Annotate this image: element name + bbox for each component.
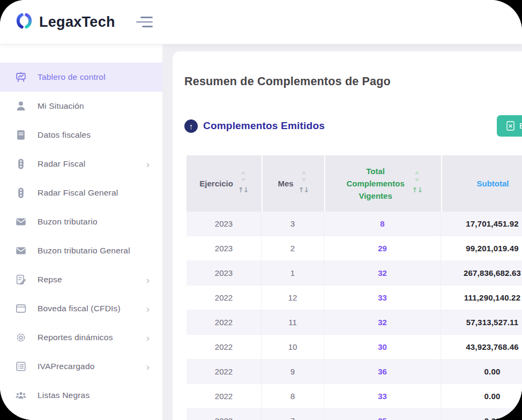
cell-subtotal: 99,201,019.49 — [441, 236, 522, 261]
dashboard-icon — [14, 71, 27, 84]
chevron-right-icon: › — [146, 304, 150, 314]
sidebar-item-listas-negras[interactable]: Listas Negras — [0, 381, 162, 410]
sidebar-item-label: Reportes dinámicos — [38, 333, 113, 342]
cell-subtotal: 43,923,768.46 — [441, 335, 522, 359]
logo-text: LegaxTech — [39, 14, 115, 31]
section-title: Complementos Emitidos — [203, 120, 325, 132]
cell-subtotal: 57,313,527.11 — [441, 310, 522, 335]
sidebar-item-label: IVAPrecargado — [38, 362, 95, 371]
cell-total: 29 — [324, 236, 441, 261]
traffic-light-icon — [14, 186, 27, 199]
cell-mes: 1 — [262, 261, 324, 286]
chevron-right-icon: › — [146, 362, 150, 372]
sidebar-item-buzon-tributario-general[interactable]: Buzon tributario General — [0, 236, 162, 265]
sidebar-item-label: Radar Fiscal General — [38, 188, 118, 198]
app-window: LegaxTech Tablero de control Mi — [0, 0, 522, 420]
cell-mes: 12 — [262, 286, 324, 310]
cell-ejercicio: 2022 — [187, 286, 262, 310]
main-content: Resumen de Complementos de Pago ↑ Comple… — [173, 51, 522, 420]
column-header-subtotal[interactable]: Subtotal — [441, 155, 522, 212]
sidebar-item-metadata[interactable]: Metadata › — [0, 410, 162, 420]
cell-mes: 8 — [262, 384, 324, 409]
table-row: 2023 1 32 267,836,682.63 — [187, 261, 522, 286]
menu-toggle-icon[interactable] — [136, 17, 153, 27]
cell-total: 30 — [324, 335, 441, 359]
sort-icon[interactable]: ↑↓ — [299, 171, 309, 196]
chevron-right-icon: › — [146, 159, 150, 169]
sidebar-item-repse[interactable]: Repse › — [0, 265, 162, 294]
table-row: 2023 2 29 99,201,019.49 — [187, 236, 522, 261]
sidebar-item-reportes-dinamicos[interactable]: Reportes dinámicos › — [0, 323, 162, 352]
cell-total: 32 — [324, 310, 441, 335]
logo-icon — [15, 12, 33, 32]
sort-icon[interactable]: ↑↓ — [238, 171, 249, 196]
cell-total: 35 — [324, 409, 441, 420]
cell-total: 32 — [324, 261, 441, 286]
cell-subtotal: 111,290,140.22 — [441, 286, 522, 310]
cell-mes: 11 — [262, 310, 324, 335]
cell-total: 33 — [324, 286, 441, 310]
chevron-right-icon: › — [146, 275, 150, 285]
cell-mes: 2 — [262, 236, 324, 261]
table-header-row: Ejercicio ↑↓ Mes ↑↓ — [187, 155, 522, 212]
sidebar-item-label: Buzon tributario — [38, 217, 98, 227]
sidebar-item-label: Mi Situación — [38, 101, 84, 111]
cell-subtotal: 0.00 — [441, 409, 522, 420]
sidebar-item-label: Boveda fiscal (CFDIs) — [38, 304, 121, 313]
table-row: 2023 3 8 17,701,451.92 — [187, 212, 522, 236]
table-row: 2022 8 33 0.00 — [187, 384, 522, 409]
cell-subtotal: 17,701,451.92 — [441, 212, 522, 236]
table-row: 2022 11 32 57,313,527.11 — [187, 310, 522, 335]
complementos-table: Ejercicio ↑↓ Mes ↑↓ — [187, 155, 522, 420]
sidebar-item-buzon-tributario[interactable]: Buzon tributario — [0, 207, 162, 236]
section-header: ↑ Complementos Emitidos Exportar — [184, 115, 522, 137]
cell-ejercicio: 2023 — [187, 212, 262, 236]
sidebar-item-label: Repse — [38, 275, 62, 284]
sidebar-item-label: Buzon tributario General — [38, 246, 130, 256]
table-row: 2022 7 35 0.00 — [187, 409, 522, 420]
sidebar-item-radar-fiscal[interactable]: Radar Fiscal › — [0, 149, 162, 178]
envelope-icon — [14, 244, 27, 257]
tag-icon — [14, 418, 27, 420]
people-icon — [14, 389, 27, 402]
cell-total: 33 — [324, 384, 441, 409]
cell-ejercicio: 2022 — [187, 409, 262, 420]
cell-total: 8 — [324, 212, 441, 236]
clipboard-pencil-icon — [14, 273, 27, 286]
cell-ejercicio: 2022 — [187, 310, 262, 335]
sidebar-item-label: Listas Negras — [38, 391, 90, 400]
up-arrow-icon: ↑ — [184, 119, 198, 133]
sidebar-item-tablero-de-control[interactable]: Tablero de control — [0, 63, 162, 92]
export-button[interactable]: Exportar — [497, 115, 522, 137]
cell-ejercicio: 2023 — [187, 236, 262, 261]
sidebar-item-ivaprecargado[interactable]: IVAPrecargado › — [0, 352, 162, 381]
cell-total: 36 — [324, 359, 441, 384]
logo: LegaxTech — [15, 12, 115, 32]
sort-icon[interactable]: ↑↓ — [412, 171, 423, 196]
chevron-right-icon: › — [146, 333, 150, 343]
sidebar-item-datos-fiscales[interactable]: Datos fiscales — [0, 121, 162, 149]
cell-subtotal: 0.00 — [441, 384, 522, 409]
column-header-ejercicio[interactable]: Ejercicio ↑↓ — [187, 155, 262, 212]
user-icon — [14, 100, 27, 112]
screenshot: LegaxTech Tablero de control Mi — [0, 0, 522, 420]
sidebar-item-mi-situacion[interactable]: Mi Situación — [0, 92, 162, 121]
excel-file-icon — [506, 121, 514, 131]
sidebar-item-label: Datos fiscales — [38, 130, 91, 140]
sidebar-item-boveda-fiscal[interactable]: Boveda fiscal (CFDIs) › — [0, 294, 162, 323]
cell-mes: 7 — [262, 409, 324, 420]
sidebar-item-label: Tablero de control — [38, 72, 106, 82]
list-icon — [14, 360, 27, 373]
cell-subtotal: 267,836,682.63 — [441, 261, 522, 286]
sidebar: Tablero de control Mi Situación Datos fi… — [0, 44, 162, 420]
column-header-total-complementos-vigentes[interactable]: Total Complementos Vigentes ↑↓ — [324, 155, 441, 212]
book-icon — [14, 129, 27, 141]
table-row: 2022 9 36 0.00 — [187, 359, 522, 384]
sidebar-item-radar-fiscal-general[interactable]: Radar Fiscal General — [0, 178, 162, 207]
cell-ejercicio: 2022 — [187, 384, 262, 409]
export-button-label: Exportar — [519, 122, 522, 130]
gear-icon — [14, 331, 27, 344]
cell-subtotal: 0.00 — [441, 359, 522, 384]
column-header-mes[interactable]: Mes ↑↓ — [262, 155, 324, 212]
cell-mes: 10 — [262, 335, 324, 359]
